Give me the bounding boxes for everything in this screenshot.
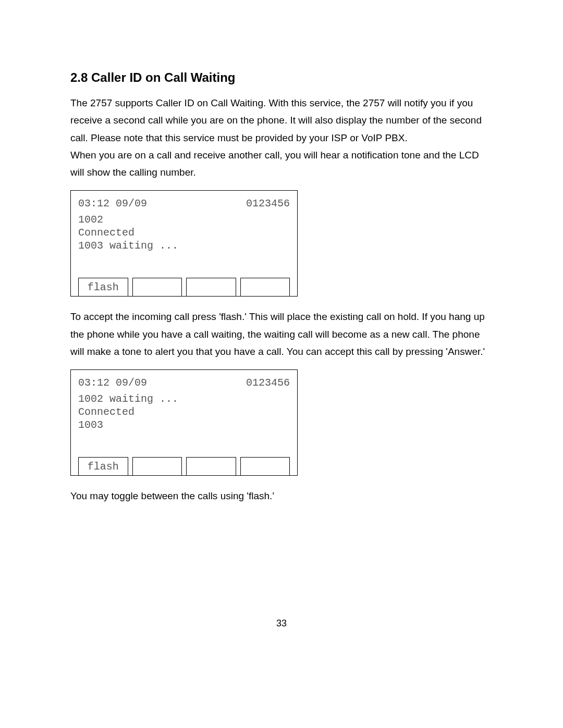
lcd2-softkey-4 <box>240 457 290 476</box>
lcd1-right-number: 0123456 <box>246 197 290 210</box>
lcd-screen-1: 03:12 09/09 0123456 1002 Connected 1003 … <box>70 190 298 297</box>
lcd-screen-2: 03:12 09/09 0123456 1002 waiting ... Con… <box>70 369 298 476</box>
lcd2-softkey-2 <box>132 457 182 476</box>
lcd1-softkey-1: flash <box>78 278 128 297</box>
lcd2-line2: Connected <box>78 405 290 418</box>
page-number: 33 <box>0 618 563 629</box>
lcd2-time-date: 03:12 09/09 <box>78 376 147 389</box>
lcd2-softkey-3 <box>186 457 236 476</box>
paragraph-4: You may toggle between the calls using '… <box>70 487 493 504</box>
lcd1-line3: 1003 waiting ... <box>78 239 290 252</box>
lcd2-line3: 1003 <box>78 418 290 431</box>
paragraph-3: To accept the incoming call press 'flash… <box>70 308 493 360</box>
lcd1-softkey-3 <box>186 278 236 297</box>
paragraph-2: When you are on a call and receive anoth… <box>70 146 493 181</box>
lcd1-time-date: 03:12 09/09 <box>78 197 147 210</box>
section-heading: 2.8 Caller ID on Call Waiting <box>70 70 493 85</box>
lcd1-softkey-2 <box>132 278 182 297</box>
lcd2-line1: 1002 waiting ... <box>78 392 290 405</box>
lcd2-softkey-1: flash <box>78 457 128 476</box>
paragraph-1: The 2757 supports Caller ID on Call Wait… <box>70 94 493 146</box>
lcd1-line1: 1002 <box>78 213 290 226</box>
lcd1-softkey-4 <box>240 278 290 297</box>
lcd1-line2: Connected <box>78 226 290 239</box>
lcd2-right-number: 0123456 <box>246 376 290 389</box>
